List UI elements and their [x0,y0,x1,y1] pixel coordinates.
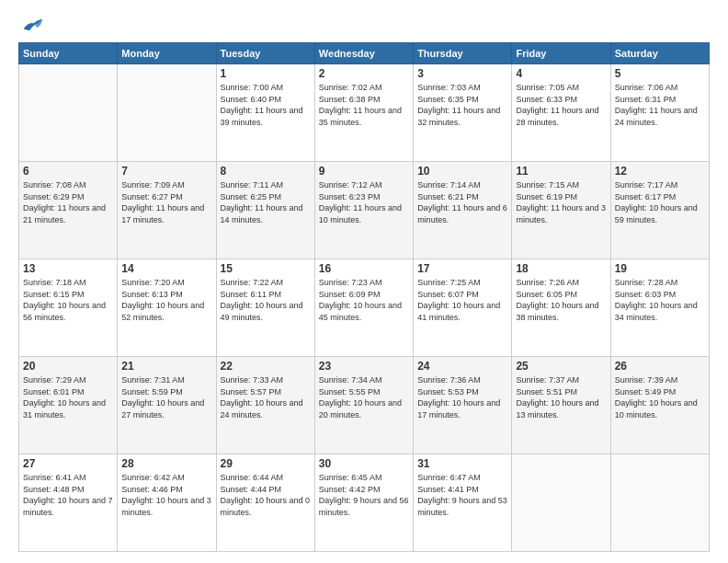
calendar-week-row: 6Sunrise: 7:08 AM Sunset: 6:29 PM Daylig… [19,162,710,259]
calendar-cell: 31Sunrise: 6:47 AM Sunset: 4:41 PM Dayli… [414,454,512,552]
cell-content: Sunrise: 7:00 AM Sunset: 6:40 PM Dayligh… [221,82,311,128]
calendar-cell: 1Sunrise: 7:00 AM Sunset: 6:40 PM Daylig… [216,64,314,162]
calendar-day-header: Sunday [19,43,118,64]
calendar-cell [19,64,118,162]
day-number: 14 [121,262,211,275]
cell-content: Sunrise: 7:33 AM Sunset: 5:57 PM Dayligh… [221,374,311,420]
calendar-cell: 23Sunrise: 7:34 AM Sunset: 5:55 PM Dayli… [314,357,413,454]
calendar-cell: 25Sunrise: 7:37 AM Sunset: 5:51 PM Dayli… [512,357,610,454]
calendar-cell: 26Sunrise: 7:39 AM Sunset: 5:49 PM Dayli… [610,357,709,454]
calendar-cell: 22Sunrise: 7:33 AM Sunset: 5:57 PM Dayli… [216,357,314,454]
day-number: 11 [516,165,606,178]
calendar-cell: 30Sunrise: 6:45 AM Sunset: 4:42 PM Dayli… [314,454,413,552]
cell-content: Sunrise: 7:03 AM Sunset: 6:35 PM Dayligh… [417,82,507,128]
day-number: 7 [121,165,211,178]
cell-content: Sunrise: 7:25 AM Sunset: 6:07 PM Dayligh… [417,277,507,323]
calendar-week-row: 20Sunrise: 7:29 AM Sunset: 6:01 PM Dayli… [19,357,710,454]
calendar-week-row: 1Sunrise: 7:00 AM Sunset: 6:40 PM Daylig… [19,64,710,162]
cell-content: Sunrise: 7:39 AM Sunset: 5:49 PM Dayligh… [615,374,705,420]
cell-content: Sunrise: 7:37 AM Sunset: 5:51 PM Dayligh… [516,374,606,420]
day-number: 8 [221,165,311,178]
calendar-cell: 21Sunrise: 7:31 AM Sunset: 5:59 PM Dayli… [118,357,216,454]
cell-content: Sunrise: 6:45 AM Sunset: 4:42 PM Dayligh… [319,472,409,518]
calendar-cell: 29Sunrise: 6:44 AM Sunset: 4:44 PM Dayli… [216,454,314,552]
day-number: 28 [121,457,211,470]
calendar-day-header: Saturday [610,43,709,64]
day-number: 24 [417,360,507,373]
cell-content: Sunrise: 7:22 AM Sunset: 6:11 PM Dayligh… [221,277,311,323]
cell-content: Sunrise: 7:28 AM Sunset: 6:03 PM Dayligh… [615,277,705,323]
calendar-cell: 8Sunrise: 7:11 AM Sunset: 6:25 PM Daylig… [216,162,314,259]
day-number: 16 [319,262,409,275]
day-number: 4 [516,67,606,80]
day-number: 18 [516,262,606,275]
day-number: 2 [319,67,409,80]
day-number: 25 [516,360,606,373]
day-number: 13 [23,262,113,275]
calendar-cell: 5Sunrise: 7:06 AM Sunset: 6:31 PM Daylig… [610,64,709,162]
calendar-week-row: 27Sunrise: 6:41 AM Sunset: 4:48 PM Dayli… [19,454,710,552]
day-number: 27 [23,457,113,470]
day-number: 22 [221,360,311,373]
calendar-day-header: Monday [118,43,216,64]
calendar-cell: 15Sunrise: 7:22 AM Sunset: 6:11 PM Dayli… [216,259,314,357]
cell-content: Sunrise: 6:42 AM Sunset: 4:46 PM Dayligh… [121,472,211,518]
cell-content: Sunrise: 7:18 AM Sunset: 6:15 PM Dayligh… [23,277,113,323]
day-number: 31 [417,457,507,470]
day-number: 10 [417,165,507,178]
calendar-cell: 13Sunrise: 7:18 AM Sunset: 6:15 PM Dayli… [19,259,118,357]
day-number: 6 [23,165,113,178]
calendar-day-header: Friday [512,43,610,64]
cell-content: Sunrise: 7:31 AM Sunset: 5:59 PM Dayligh… [121,374,211,420]
cell-content: Sunrise: 7:36 AM Sunset: 5:53 PM Dayligh… [417,374,507,420]
calendar-cell: 18Sunrise: 7:26 AM Sunset: 6:05 PM Dayli… [512,259,610,357]
calendar-cell: 3Sunrise: 7:03 AM Sunset: 6:35 PM Daylig… [414,64,512,162]
calendar-cell: 16Sunrise: 7:23 AM Sunset: 6:09 PM Dayli… [314,259,413,357]
calendar-cell: 7Sunrise: 7:09 AM Sunset: 6:27 PM Daylig… [118,162,216,259]
calendar-cell: 27Sunrise: 6:41 AM Sunset: 4:48 PM Dayli… [19,454,118,552]
day-number: 26 [615,360,705,373]
calendar-day-header: Thursday [414,43,512,64]
cell-content: Sunrise: 7:14 AM Sunset: 6:21 PM Dayligh… [417,179,507,225]
cell-content: Sunrise: 7:23 AM Sunset: 6:09 PM Dayligh… [319,277,409,323]
day-number: 19 [615,262,705,275]
calendar-table: SundayMondayTuesdayWednesdayThursdayFrid… [18,42,710,552]
cell-content: Sunrise: 7:05 AM Sunset: 6:33 PM Dayligh… [516,82,606,128]
calendar-cell [610,454,709,552]
logo [18,15,46,33]
header [18,15,710,33]
cell-content: Sunrise: 7:09 AM Sunset: 6:27 PM Dayligh… [121,179,211,225]
cell-content: Sunrise: 7:26 AM Sunset: 6:05 PM Dayligh… [516,277,606,323]
cell-content: Sunrise: 7:15 AM Sunset: 6:19 PM Dayligh… [516,179,606,225]
calendar-day-header: Wednesday [314,43,413,64]
cell-content: Sunrise: 7:20 AM Sunset: 6:13 PM Dayligh… [121,277,211,323]
calendar-header-row: SundayMondayTuesdayWednesdayThursdayFrid… [19,43,710,64]
calendar-cell: 24Sunrise: 7:36 AM Sunset: 5:53 PM Dayli… [414,357,512,454]
calendar-cell [512,454,610,552]
calendar-cell: 9Sunrise: 7:12 AM Sunset: 6:23 PM Daylig… [314,162,413,259]
cell-content: Sunrise: 7:11 AM Sunset: 6:25 PM Dayligh… [221,179,311,225]
cell-content: Sunrise: 7:08 AM Sunset: 6:29 PM Dayligh… [23,179,113,225]
cell-content: Sunrise: 7:12 AM Sunset: 6:23 PM Dayligh… [319,179,409,225]
day-number: 1 [221,67,311,80]
day-number: 21 [121,360,211,373]
cell-content: Sunrise: 7:29 AM Sunset: 6:01 PM Dayligh… [23,374,113,420]
day-number: 23 [319,360,409,373]
day-number: 20 [23,360,113,373]
cell-content: Sunrise: 7:34 AM Sunset: 5:55 PM Dayligh… [319,374,409,420]
day-number: 9 [319,165,409,178]
calendar-day-header: Tuesday [216,43,314,64]
day-number: 12 [615,165,705,178]
calendar-cell: 17Sunrise: 7:25 AM Sunset: 6:07 PM Dayli… [414,259,512,357]
day-number: 5 [615,67,705,80]
calendar-cell: 28Sunrise: 6:42 AM Sunset: 4:46 PM Dayli… [118,454,216,552]
cell-content: Sunrise: 7:06 AM Sunset: 6:31 PM Dayligh… [615,82,705,128]
cell-content: Sunrise: 7:17 AM Sunset: 6:17 PM Dayligh… [615,179,705,225]
day-number: 3 [417,67,507,80]
calendar-cell: 20Sunrise: 7:29 AM Sunset: 6:01 PM Dayli… [19,357,118,454]
day-number: 29 [221,457,311,470]
cell-content: Sunrise: 6:47 AM Sunset: 4:41 PM Dayligh… [417,472,507,518]
logo-bird-icon [22,15,44,33]
day-number: 15 [221,262,311,275]
calendar-cell [118,64,216,162]
